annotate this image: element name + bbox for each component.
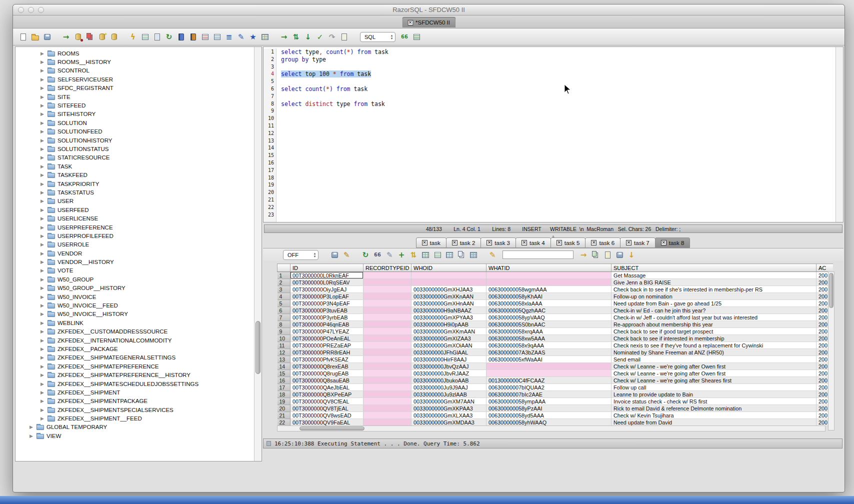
code-line[interactable]: select distinct type from task	[281, 100, 835, 108]
table-cell-subject[interactable]: Check w/ Leanne - we're going after Owen…	[612, 370, 816, 377]
table-cell-whatid[interactable]	[486, 370, 612, 377]
table-horizontal-scrollbar[interactable]	[277, 426, 826, 432]
table-cell-subject[interactable]: Check-in w/ Ed - can he join this year?	[612, 307, 816, 314]
tree-item[interactable]: ▶ZKFEDEX__SHIPMENTPACKAGE	[16, 397, 254, 406]
table-cell-whatid[interactable]: 006300000058yPzAAI	[486, 405, 612, 412]
table-cell-id[interactable]: 00T3000000P3N4pEAF	[290, 300, 364, 307]
table-cell-recordtypeid[interactable]	[364, 328, 412, 335]
sidebar-scrollbar[interactable]	[254, 47, 262, 461]
tab-close-icon[interactable]: ✕	[422, 240, 428, 246]
table-cell-whoid[interactable]: 0033000000GmXIZAA3	[412, 335, 486, 342]
disclosure-triangle-icon[interactable]: ▶	[40, 172, 45, 178]
table-cell-subject[interactable]: Check w/ Kevin Tsujihara	[612, 412, 816, 419]
table-cell-whatid[interactable]: 006300000058xrqAAA	[486, 328, 612, 335]
disclosure-triangle-icon[interactable]: ▶	[40, 294, 45, 300]
disclosure-triangle-icon[interactable]: ▶	[40, 364, 45, 369]
table-cell-subject[interactable]: Check-in w/ Jeff - couldn't afford last …	[612, 314, 816, 321]
table-cell-id[interactable]: 00T3000000P47LYEAZ	[290, 328, 364, 335]
table-row[interactable]: 1300T3000000PfvKSEAZ0033000000HirF8AAJ00…	[278, 356, 834, 363]
table-cell-subject[interactable]: Need update from David	[612, 419, 816, 426]
table-cell-whatid[interactable]: 006300000058yd5AAA	[486, 412, 612, 419]
table-cell-recordtypeid[interactable]	[364, 405, 412, 412]
row-number-cell[interactable]: 19	[278, 398, 290, 405]
tree-item[interactable]: ▶TASKFEED	[16, 170, 254, 179]
disclosure-triangle-icon[interactable]: ▶	[40, 120, 45, 126]
table-cell-recordtypeid[interactable]	[364, 272, 412, 279]
code-line[interactable]	[281, 196, 835, 204]
disclosure-triangle-icon[interactable]: ▶	[40, 329, 45, 334]
row-number-cell[interactable]: 16	[278, 377, 290, 384]
row-number-cell[interactable]: 11	[278, 342, 290, 349]
table-cell-whatid[interactable]	[486, 272, 612, 279]
tree-item[interactable]: ▶ZKFEDEX__SHIPMATESCHEDULEDJOBSSETTINGS	[16, 380, 254, 388]
table-cell-recordtypeid[interactable]	[364, 419, 412, 426]
table-cell-recordtypeid[interactable]	[364, 370, 412, 377]
table-cell-subject[interactable]: Check back to see if interested in membe…	[612, 335, 816, 342]
code-line[interactable]	[281, 138, 835, 145]
disclosure-triangle-icon[interactable]: ▶	[40, 51, 45, 56]
row-number-cell[interactable]: 15	[278, 370, 290, 377]
row-number-cell[interactable]: 12	[278, 349, 290, 356]
table-row[interactable]: 1400T3000000Q8rexEAB0033000000JbvQzAAJCh…	[278, 363, 834, 370]
highlight-pen-icon[interactable]: ✎	[487, 250, 498, 260]
row-number-cell[interactable]: 3	[278, 286, 290, 293]
row-number-cell[interactable]: 9	[278, 328, 290, 335]
tree-item[interactable]: ▶ZKFEDEX__SHIPMENTSPECIALSERVICES	[16, 406, 254, 414]
tree-item[interactable]: ▶ZKFEDEX__CUSTOMADDRESSSOURCE	[16, 328, 254, 336]
table-cell-whoid[interactable]: 0033000000GmXKnAAN	[412, 293, 486, 300]
download-icon[interactable]: ↓	[626, 250, 637, 260]
disclosure-triangle-icon[interactable]: ▶	[40, 225, 45, 230]
tree-item[interactable]: ▶VIEW	[16, 432, 254, 440]
table-vertical-scrollbar[interactable]	[828, 272, 834, 430]
table-cell-whatid[interactable]: 0013000000C4fFCAAZ	[486, 377, 612, 384]
table-cell-whoid[interactable]: 0033000000GmXM7AAN	[412, 398, 486, 405]
column-header[interactable]: ID	[290, 264, 364, 272]
disclosure-triangle-icon[interactable]: ▶	[40, 268, 45, 273]
tree-item[interactable]: ▶TASKPRIORITY	[16, 180, 254, 188]
table-cell-whatid[interactable]: 00630000005S0bnAAC	[486, 321, 612, 328]
table-cell-whatid[interactable]: 006300000058yKhAAI	[486, 293, 612, 300]
table-cell-recordtypeid[interactable]	[364, 412, 412, 419]
execute-all-icon[interactable]: ⇅	[290, 32, 302, 42]
table-cell-id[interactable]: 00T3000000Q8rexEAB	[290, 363, 364, 370]
results-search-input[interactable]	[502, 250, 574, 259]
result-tab[interactable]: ✕task	[416, 238, 446, 248]
table-star-icon[interactable]	[260, 32, 270, 42]
table-cell-subject[interactable]: Rick to email David & reference Delmonte…	[612, 405, 816, 412]
table-cell-id[interactable]: 00T3000000P3yrbEAB	[290, 314, 364, 321]
tree-item[interactable]: ▶ZKFEDEX__SHIPMENT	[16, 388, 254, 396]
list-red-icon[interactable]	[200, 32, 210, 42]
stepper-arrows-icon[interactable]: ▴▾	[388, 32, 395, 42]
tree-item[interactable]: ▶ZKFEDEX__SHIPMATEPREFERENCE	[16, 362, 254, 370]
save-results-icon[interactable]	[329, 250, 340, 260]
tree-item[interactable]: ▶SITEHISTORY	[16, 110, 254, 118]
table-cell-id[interactable]: 00T3000000PRR8rEAH	[290, 349, 364, 356]
table-cell-whoid[interactable]: 0033000000GmXPYAA3	[412, 314, 486, 321]
table-view-icon[interactable]	[444, 250, 455, 260]
disclosure-triangle-icon[interactable]: ▶	[40, 312, 45, 316]
tree-item[interactable]: ▶USERPROFILEFEED	[16, 232, 254, 240]
disclosure-triangle-icon[interactable]: ▶	[40, 390, 45, 395]
column-header[interactable]: SUBJECT	[612, 264, 816, 272]
table-cell-recordtypeid[interactable]	[364, 384, 412, 391]
sql-editor[interactable]: 1234567891011121314151617181920212223 se…	[263, 46, 844, 222]
disclosure-triangle-icon[interactable]: ▶	[40, 355, 45, 360]
table-row[interactable]: 800T3000000P46qnEAB0033000000H9i0pAAB006…	[278, 321, 834, 328]
disclosure-triangle-icon[interactable]: ▶	[40, 208, 45, 212]
table-row[interactable]: 900T3000000P47LYEAZ0033000000GmXKmAAN006…	[278, 328, 834, 335]
abort-query-icon[interactable]	[84, 32, 96, 42]
table-cell-recordtypeid[interactable]	[364, 300, 412, 307]
code-line[interactable]	[281, 115, 835, 122]
table-cell-whatid[interactable]: 006300000058ypVAAQ	[486, 314, 612, 321]
title-bar[interactable]: RazorSQL - SFDCW50 II	[13, 4, 844, 16]
table-cell-whoid[interactable]: 0033000000GmXMDAA3	[412, 419, 486, 426]
disclosure-triangle-icon[interactable]: ▶	[40, 398, 45, 404]
table-cell-subject[interactable]: Check nexis to see if they've found a re…	[612, 342, 816, 349]
code-line[interactable]	[281, 167, 835, 174]
tree-item[interactable]: ▶WEBLINK	[16, 318, 254, 327]
tab-close-icon[interactable]: ✕	[408, 20, 413, 26]
table-cell-whoid[interactable]	[412, 279, 486, 286]
disclosure-triangle-icon[interactable]: ▶	[40, 182, 45, 186]
disclosure-triangle-icon[interactable]: ▶	[40, 112, 45, 116]
table-cell-subject[interactable]: Follow-up on nomination	[612, 293, 816, 300]
